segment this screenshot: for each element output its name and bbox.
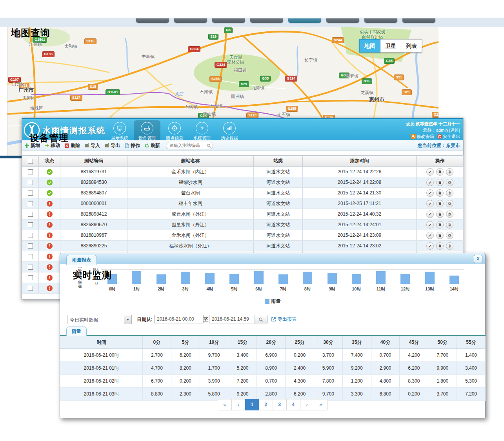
- edit-button[interactable]: [426, 232, 434, 239]
- data-type-select[interactable]: 今日实时数据 ▼: [67, 315, 132, 324]
- svg-text:?: ?: [200, 125, 204, 131]
- date-to-input[interactable]: [209, 315, 258, 323]
- pagination-page-3[interactable]: 3: [273, 399, 287, 410]
- map-view-button-列表[interactable]: 列表: [401, 39, 422, 53]
- row-checkbox[interactable]: [28, 275, 33, 280]
- delete-button[interactable]: [436, 168, 444, 176]
- close-icon[interactable]: X: [474, 255, 482, 263]
- browser-tab[interactable]: [250, 18, 283, 23]
- pagination-arrow[interactable]: ›: [300, 399, 314, 410]
- settings-button[interactable]: [446, 200, 453, 207]
- table-cell: 3.700: [314, 349, 342, 362]
- edit-button[interactable]: [426, 168, 434, 176]
- edit-button[interactable]: [426, 242, 434, 250]
- settings-button[interactable]: [446, 189, 453, 197]
- browser-tab[interactable]: [136, 18, 169, 23]
- station-search-input[interactable]: [166, 142, 213, 149]
- tab-rain-report[interactable]: 雨量报表: [66, 255, 97, 265]
- settings-button[interactable]: [446, 211, 453, 218]
- toolbar-button-导出[interactable]: 导出: [104, 142, 120, 149]
- row-checkbox[interactable]: [28, 265, 33, 270]
- settings-button[interactable]: [446, 242, 453, 250]
- logout-link[interactable]: 安全退出: [443, 134, 460, 139]
- settings-button[interactable]: [446, 232, 453, 239]
- toolbar-button-label: 导入: [91, 142, 100, 149]
- row-checkbox[interactable]: [28, 191, 33, 196]
- row-checkbox[interactable]: [28, 201, 33, 206]
- station-search: [166, 142, 213, 149]
- map-query-label: 地图查询: [11, 27, 50, 39]
- toolbar-button-刷新[interactable]: 刷新: [144, 142, 160, 149]
- rain-table-head: 时间0分5分10分15分20分25分30分35分40分45分50分55分: [60, 336, 486, 349]
- pagination-arrow[interactable]: »: [314, 399, 328, 410]
- pagination-arrow[interactable]: ‹: [231, 399, 246, 410]
- table-cell: [417, 230, 464, 241]
- table-cell: 1.700: [200, 362, 228, 375]
- browser-tab[interactable]: [402, 18, 435, 23]
- edit-button[interactable]: [426, 189, 434, 197]
- row-checkbox[interactable]: [28, 254, 33, 259]
- row-checkbox[interactable]: [28, 286, 33, 291]
- table-row: !8826898412鳌台水闸（外江）河道水文站2015-12-24 14:40…: [22, 209, 464, 220]
- pagination-arrow[interactable]: «: [218, 399, 232, 410]
- row-checkbox[interactable]: [28, 169, 33, 174]
- popup-titlebar[interactable]: [60, 253, 485, 264]
- select-all-checkbox[interactable]: [28, 159, 33, 164]
- delete-button[interactable]: [436, 232, 444, 239]
- browser-tab[interactable]: [326, 18, 359, 23]
- browser-tab[interactable]: [364, 18, 397, 23]
- edit-button[interactable]: [426, 211, 434, 218]
- screen: G4S29G324S115G106G1501G107S81S15S117G150…: [0, 0, 504, 441]
- map-view-button-地图[interactable]: 地图: [359, 39, 380, 53]
- row-checkbox[interactable]: [28, 222, 33, 227]
- nav-item-系统管理[interactable]: ?系统管理: [189, 120, 215, 142]
- x-tick-label: 14时: [442, 286, 466, 292]
- pagination-page-1[interactable]: 1: [245, 399, 259, 410]
- date-from-input[interactable]: [154, 315, 204, 323]
- browser-tab[interactable]: [288, 18, 321, 23]
- row-checkbox[interactable]: [28, 243, 33, 249]
- toolbar-button-导入[interactable]: 导入: [84, 142, 100, 149]
- table-cell: 3.900: [200, 375, 228, 388]
- edit-button[interactable]: [426, 200, 434, 207]
- row-checkbox[interactable]: [28, 212, 33, 217]
- delete-button[interactable]: [436, 200, 444, 207]
- edit-button[interactable]: [426, 179, 434, 186]
- edit-button[interactable]: [426, 221, 434, 229]
- settings-button[interactable]: [446, 179, 453, 186]
- main-nav: 展示系统设备管理测点信息?系统管理历史数据: [106, 120, 243, 142]
- browser-tab[interactable]: [174, 18, 207, 23]
- pagination-page-4[interactable]: 4: [286, 399, 300, 410]
- change-password-link[interactable]: 修改密码: [417, 134, 434, 139]
- nav-item-测点信息[interactable]: 测点信息: [161, 120, 188, 142]
- rain-table-body: 2016-06-21 00时2.7006.2009.7003.4006.9000…: [60, 349, 486, 401]
- browser-tab[interactable]: [212, 18, 245, 23]
- tab-rain[interactable]: 雨量: [66, 327, 87, 336]
- delete-button[interactable]: [436, 211, 444, 218]
- row-checkbox[interactable]: [28, 180, 33, 185]
- map-view-button-卫星[interactable]: 卫星: [380, 39, 401, 53]
- delete-button[interactable]: [436, 189, 444, 197]
- table-cell: 4.300: [286, 375, 314, 388]
- delete-button[interactable]: [436, 242, 444, 250]
- export-report-link[interactable]: 导出报表: [271, 316, 297, 323]
- chart-legend[interactable]: 雨量: [60, 298, 485, 305]
- toolbar-button-操作[interactable]: 操作: [124, 142, 140, 149]
- nav-item-设备管理[interactable]: 设备管理: [134, 120, 160, 142]
- table-cell: !: [39, 262, 60, 272]
- delete-button[interactable]: [436, 179, 444, 186]
- pagination-page-2[interactable]: 2: [259, 399, 273, 410]
- table-cell: 河道水文站: [254, 188, 303, 198]
- row-checkbox[interactable]: [28, 233, 33, 238]
- search-icon[interactable]: [207, 143, 211, 147]
- map-place-label: 龙溪镇: [360, 90, 373, 95]
- search-button[interactable]: [255, 315, 267, 324]
- nav-item-历史数据[interactable]: 历史数据: [216, 120, 243, 142]
- delete-button[interactable]: [436, 221, 444, 229]
- nav-item-展示系统[interactable]: 展示系统: [106, 120, 133, 142]
- settings-button[interactable]: [446, 168, 453, 176]
- settings-button[interactable]: [446, 221, 453, 229]
- target-icon: [168, 122, 181, 134]
- road-badge: S115: [84, 38, 96, 44]
- table-cell: 5.200: [228, 362, 257, 375]
